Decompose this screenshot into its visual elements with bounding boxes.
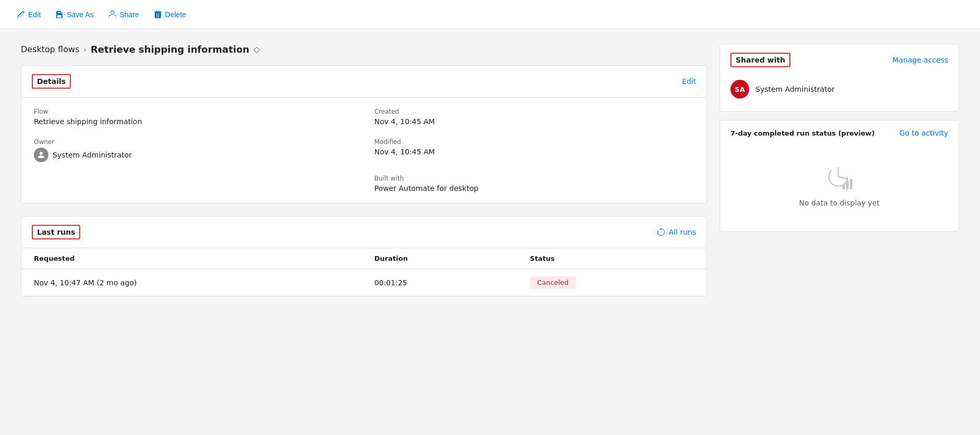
- page-content: Desktop flows › Retrieve shipping inform…: [21, 44, 707, 297]
- delete-icon: [154, 10, 162, 19]
- edit-button[interactable]: Edit: [10, 7, 47, 22]
- avatar: SA: [730, 80, 749, 99]
- run-status-card: 7-day completed run status (preview) Go …: [720, 120, 959, 232]
- diamond-icon: ◇: [254, 44, 260, 54]
- col-status: Status: [517, 248, 706, 269]
- delete-label: Delete: [165, 10, 186, 19]
- breadcrumb-separator: ›: [83, 45, 86, 54]
- edit-label: Edit: [28, 10, 41, 19]
- last-runs-card: Last runs All runs Requested Duration St…: [21, 216, 707, 297]
- breadcrumb-area: Desktop flows › Retrieve shipping inform…: [21, 44, 707, 55]
- right-column: Shared with Manage access SA System Admi…: [720, 44, 959, 297]
- col-duration: Duration: [362, 248, 517, 269]
- col-requested: Requested: [21, 248, 362, 269]
- svg-rect-3: [842, 184, 845, 189]
- flow-value: Retrieve shipping information: [34, 117, 142, 126]
- modified-value: Nov 4, 10:45 AM: [375, 148, 435, 156]
- owner-value: System Administrator: [53, 151, 132, 159]
- details-card: Details Edit Flow Retrieve shipping info…: [21, 65, 707, 203]
- toolbar: Edit Save As Share Delete: [0, 0, 980, 29]
- details-body: Flow Retrieve shipping information Creat…: [21, 98, 706, 203]
- shared-users-list: SA System Administrator: [730, 76, 948, 103]
- status-badge: Canceled: [530, 276, 576, 288]
- share-button[interactable]: Share: [102, 7, 145, 22]
- created-detail-group: Created Nov 4, 10:45 AM: [375, 108, 694, 126]
- built-with-label: Built with: [375, 175, 694, 182]
- flow-detail-group: Flow Retrieve shipping information: [34, 108, 354, 126]
- left-column: Details Edit Flow Retrieve shipping info…: [21, 65, 707, 297]
- edit-icon: [17, 10, 25, 19]
- details-card-header: Details Edit: [21, 66, 706, 98]
- modified-label: Modified: [375, 138, 694, 146]
- last-runs-title: Last runs: [32, 225, 80, 239]
- run-status: Canceled: [517, 269, 706, 296]
- breadcrumb-parent[interactable]: Desktop flows: [21, 44, 79, 54]
- main-content: Desktop flows › Retrieve shipping inform…: [0, 29, 980, 311]
- details-edit-link[interactable]: Edit: [682, 77, 696, 86]
- person-icon: [37, 151, 45, 159]
- created-value: Nov 4, 10:45 AM: [375, 117, 435, 126]
- chart-icon: [825, 163, 854, 192]
- shared-with-card: Shared with Manage access SA System Admi…: [720, 44, 959, 112]
- svg-line-2: [838, 177, 848, 179]
- breadcrumb-current: Retrieve shipping information: [91, 44, 250, 55]
- save-as-label: Save As: [67, 10, 93, 19]
- owner-label: Owner: [34, 138, 354, 146]
- owner-avatar: [34, 148, 48, 162]
- shared-with-header: Shared with Manage access: [730, 53, 948, 67]
- share-icon: [108, 10, 117, 19]
- run-status-title: 7-day completed run status (preview): [730, 129, 875, 137]
- svg-rect-5: [850, 179, 852, 189]
- modified-detail-group: Modified Nov 4, 10:45 AM: [375, 138, 694, 162]
- delete-button[interactable]: Delete: [147, 7, 192, 22]
- built-with-detail-group: Built with Power Automate for desktop: [375, 175, 694, 192]
- run-status-header: 7-day completed run status (preview) Go …: [730, 129, 948, 137]
- all-runs-link[interactable]: All runs: [657, 228, 696, 236]
- svg-rect-4: [846, 181, 849, 189]
- run-duration: 00:01:25: [362, 269, 517, 296]
- owner-row: System Administrator: [34, 148, 354, 162]
- runs-table: Requested Duration Status Nov 4, 10:47 A…: [21, 248, 706, 296]
- flow-label: Flow: [34, 108, 354, 115]
- table-row: Nov 4, 10:47 AM (2 mo ago) 00:01:25 Canc…: [21, 269, 706, 296]
- refresh-icon: [657, 228, 665, 236]
- owner-detail-group: Owner System Administrator: [34, 138, 354, 162]
- shared-with-title: Shared with: [730, 53, 790, 67]
- manage-access-link[interactable]: Manage access: [892, 56, 948, 64]
- shared-user-row: SA System Administrator: [730, 76, 948, 103]
- no-data-area: No data to display yet: [730, 148, 948, 223]
- last-runs-header: Last runs All runs: [21, 216, 706, 248]
- save-as-icon: [55, 10, 64, 19]
- built-with-value: Power Automate for desktop: [375, 184, 479, 192]
- run-requested: Nov 4, 10:47 AM (2 mo ago): [21, 269, 362, 296]
- go-to-activity-link[interactable]: Go to activity: [899, 129, 948, 137]
- no-data-text: No data to display yet: [799, 199, 880, 207]
- all-runs-label: All runs: [668, 228, 696, 236]
- created-label: Created: [375, 108, 694, 115]
- save-as-button[interactable]: Save As: [49, 7, 100, 22]
- share-label: Share: [120, 10, 139, 19]
- shared-user-name: System Administrator: [755, 85, 835, 93]
- details-card-title: Details: [32, 74, 71, 89]
- breadcrumb: Desktop flows › Retrieve shipping inform…: [21, 44, 707, 55]
